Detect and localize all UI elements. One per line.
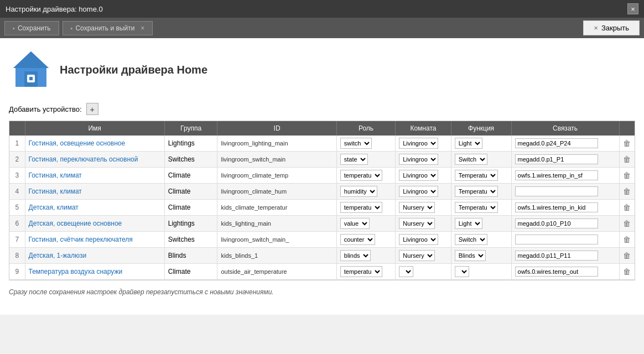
role-select[interactable]: counter: [340, 234, 375, 245]
role-select[interactable]: value: [340, 218, 370, 229]
device-name[interactable]: Детская, 1-жалюзи: [25, 248, 164, 264]
device-role-cell[interactable]: blinds: [336, 248, 395, 264]
func-select[interactable]: Light: [455, 138, 482, 149]
role-select[interactable]: state: [340, 154, 368, 165]
device-role-cell[interactable]: humidity: [336, 184, 395, 200]
device-name[interactable]: Детская, освещение основное: [25, 216, 164, 232]
device-func-cell[interactable]: Light: [451, 216, 511, 232]
device-bind-cell[interactable]: [511, 168, 619, 184]
device-role-cell[interactable]: temperatu: [336, 264, 395, 280]
device-role-cell[interactable]: counter: [336, 232, 395, 248]
device-room-cell[interactable]: [396, 264, 451, 280]
func-select[interactable]: Temperatu: [455, 202, 498, 213]
save-exit-button[interactable]: ▪ Сохранить и выйти ×: [63, 21, 153, 35]
device-room-cell[interactable]: Nursery: [396, 248, 451, 264]
device-name[interactable]: Гостиная, освещение основное: [25, 136, 164, 152]
delete-cell[interactable]: 🗑: [619, 216, 635, 232]
device-room-cell[interactable]: Livingroo: [396, 168, 451, 184]
device-role-cell[interactable]: temperatu: [336, 200, 395, 216]
role-select[interactable]: temperatu: [340, 202, 382, 213]
bind-input[interactable]: [515, 218, 598, 228]
add-device-button[interactable]: +: [86, 103, 98, 115]
device-bind-cell[interactable]: [511, 248, 619, 264]
device-bind-cell[interactable]: [511, 152, 619, 168]
bind-input[interactable]: [515, 186, 598, 196]
device-name[interactable]: Гостиная, климат: [25, 168, 164, 184]
role-select[interactable]: blinds: [340, 250, 371, 261]
delete-button[interactable]: 🗑: [623, 139, 631, 148]
delete-button[interactable]: 🗑: [623, 187, 631, 196]
func-select[interactable]: Temperatu: [455, 170, 498, 181]
device-func-cell[interactable]: Switch: [451, 152, 511, 168]
room-select[interactable]: Livingroo: [399, 186, 438, 197]
delete-cell[interactable]: 🗑: [619, 184, 635, 200]
device-bind-cell[interactable]: [511, 136, 619, 152]
delete-button[interactable]: 🗑: [623, 171, 631, 180]
role-select[interactable]: humidity: [340, 186, 377, 197]
bind-input[interactable]: [515, 154, 598, 164]
room-select[interactable]: Livingroo: [399, 154, 438, 165]
device-bind-cell[interactable]: [511, 216, 619, 232]
delete-cell[interactable]: 🗑: [619, 200, 635, 216]
device-bind-cell[interactable]: [511, 232, 619, 248]
save-button[interactable]: ▪ Сохранить: [4, 21, 59, 35]
delete-button[interactable]: 🗑: [623, 251, 631, 260]
delete-button[interactable]: 🗑: [623, 155, 631, 164]
device-bind-cell[interactable]: [511, 264, 619, 280]
bind-input[interactable]: [515, 202, 598, 212]
bind-input[interactable]: [515, 170, 598, 180]
device-func-cell[interactable]: [451, 264, 511, 280]
delete-button[interactable]: 🗑: [623, 235, 631, 244]
device-name[interactable]: Гостиная, счётчик переключателя: [25, 232, 164, 248]
device-room-cell[interactable]: Livingroo: [396, 232, 451, 248]
role-select[interactable]: switch: [340, 138, 372, 149]
device-func-cell[interactable]: Switch: [451, 232, 511, 248]
room-select[interactable]: [399, 266, 413, 277]
func-select[interactable]: Blinds: [455, 250, 486, 261]
device-room-cell[interactable]: Nursery: [396, 216, 451, 232]
close-button[interactable]: × Закрыть: [583, 20, 640, 35]
device-name[interactable]: Температура воздуха снаружи: [25, 264, 164, 280]
device-role-cell[interactable]: value: [336, 216, 395, 232]
func-select[interactable]: Switch: [455, 234, 487, 245]
delete-cell[interactable]: 🗑: [619, 152, 635, 168]
room-select[interactable]: Livingroo: [399, 234, 438, 245]
device-role-cell[interactable]: temperatu: [336, 168, 395, 184]
device-room-cell[interactable]: Nursery: [396, 200, 451, 216]
bind-input[interactable]: [515, 235, 598, 244]
device-name[interactable]: Гостиная, переключатель основной: [25, 152, 164, 168]
delete-cell[interactable]: 🗑: [619, 264, 635, 280]
save-exit-close-icon[interactable]: ×: [141, 24, 144, 32]
device-func-cell[interactable]: Light: [451, 136, 511, 152]
bind-input[interactable]: [515, 251, 598, 261]
delete-button[interactable]: 🗑: [623, 267, 631, 276]
device-bind-cell[interactable]: [511, 200, 619, 216]
room-select[interactable]: Livingroo: [399, 170, 438, 181]
device-func-cell[interactable]: Blinds: [451, 248, 511, 264]
room-select[interactable]: Nursery: [399, 202, 435, 213]
title-bar-close-button[interactable]: ×: [627, 3, 638, 14]
bind-input[interactable]: [515, 138, 598, 148]
device-role-cell[interactable]: switch: [336, 136, 395, 152]
func-select[interactable]: Temperatu: [455, 186, 498, 197]
device-room-cell[interactable]: Livingroo: [396, 184, 451, 200]
room-select[interactable]: Nursery: [399, 218, 435, 229]
device-room-cell[interactable]: Livingroo: [396, 136, 451, 152]
room-select[interactable]: Nursery: [399, 250, 435, 261]
bind-input[interactable]: [515, 267, 598, 277]
device-room-cell[interactable]: Livingroo: [396, 152, 451, 168]
device-name[interactable]: Гостиная, климат: [25, 184, 164, 200]
delete-cell[interactable]: 🗑: [619, 168, 635, 184]
device-func-cell[interactable]: Temperatu: [451, 184, 511, 200]
func-select[interactable]: [455, 266, 469, 277]
delete-cell[interactable]: 🗑: [619, 232, 635, 248]
delete-cell[interactable]: 🗑: [619, 136, 635, 152]
role-select[interactable]: temperatu: [340, 170, 382, 181]
device-role-cell[interactable]: state: [336, 152, 395, 168]
device-func-cell[interactable]: Temperatu: [451, 200, 511, 216]
delete-button[interactable]: 🗑: [623, 219, 631, 228]
func-select[interactable]: Switch: [455, 154, 487, 165]
role-select[interactable]: temperatu: [340, 266, 382, 277]
room-select[interactable]: Livingroo: [399, 138, 438, 149]
device-bind-cell[interactable]: [511, 184, 619, 200]
